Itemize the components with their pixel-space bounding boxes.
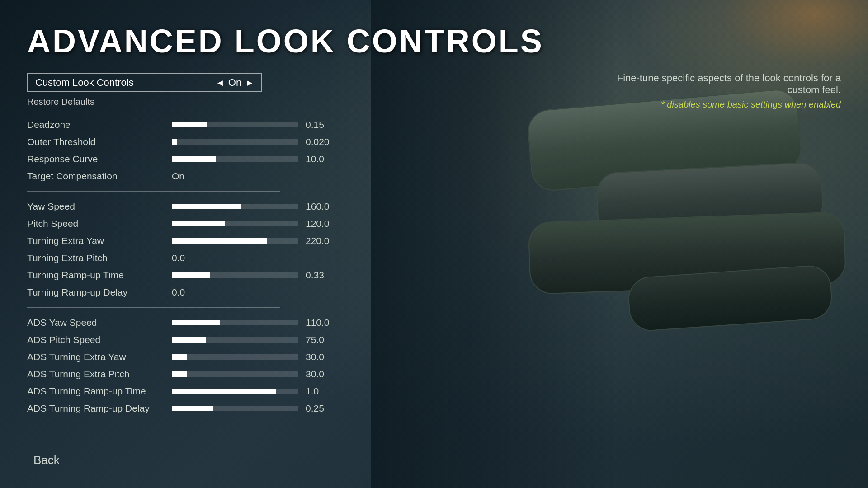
slider-bar-look-4 bbox=[172, 272, 298, 278]
setting-value-look-3: 0.0 bbox=[172, 253, 203, 263]
custom-look-label: Custom Look Controls bbox=[35, 77, 134, 89]
setting-row-look-3: Turning Extra Pitch0.0 bbox=[27, 249, 344, 267]
setting-value-basic-1: 0.020 bbox=[306, 136, 337, 147]
slider-fill-look-1 bbox=[172, 221, 225, 226]
setting-label-ads-4: ADS Turning Ramp-up Time bbox=[27, 386, 172, 397]
slider-bar-basic-0 bbox=[172, 122, 298, 127]
setting-value-look-1: 120.0 bbox=[306, 218, 337, 229]
slider-container-look-1[interactable] bbox=[172, 221, 298, 226]
slider-container-ads-5[interactable] bbox=[172, 406, 298, 411]
setting-label-ads-1: ADS Pitch Speed bbox=[27, 334, 172, 345]
slider-fill-basic-0 bbox=[172, 122, 207, 127]
setting-value-look-5: 0.0 bbox=[172, 287, 203, 298]
setting-label-ads-3: ADS Turning Extra Pitch bbox=[27, 369, 172, 380]
divider-1 bbox=[27, 191, 280, 192]
setting-value-look-0: 160.0 bbox=[306, 201, 337, 212]
setting-row-basic-2: Response Curve10.0 bbox=[27, 150, 344, 168]
setting-value-basic-3: On bbox=[172, 171, 203, 182]
slider-bar-ads-3 bbox=[172, 371, 298, 377]
arrow-left-icon[interactable]: ◄ bbox=[216, 78, 225, 88]
slider-container-ads-2[interactable] bbox=[172, 354, 298, 360]
setting-row-basic-1: Outer Threshold0.020 bbox=[27, 133, 344, 150]
slider-container-ads-4[interactable] bbox=[172, 389, 298, 394]
settings-list: Deadzone0.15Outer Threshold0.020Response… bbox=[27, 116, 344, 417]
setting-row-ads-1: ADS Pitch Speed75.0 bbox=[27, 331, 344, 348]
setting-value-basic-2: 10.0 bbox=[306, 154, 337, 164]
slider-bar-basic-1 bbox=[172, 139, 298, 145]
slider-bar-look-2 bbox=[172, 238, 298, 244]
setting-value-ads-1: 75.0 bbox=[306, 334, 337, 345]
setting-row-basic-0: Deadzone0.15 bbox=[27, 116, 344, 133]
setting-value-ads-5: 0.25 bbox=[306, 403, 337, 414]
slider-container-ads-3[interactable] bbox=[172, 371, 298, 377]
setting-row-look-4: Turning Ramp-up Time0.33 bbox=[27, 267, 344, 284]
slider-fill-ads-0 bbox=[172, 320, 220, 325]
custom-look-control[interactable]: Custom Look Controls ◄ On ► bbox=[27, 73, 262, 92]
slider-fill-ads-1 bbox=[172, 337, 206, 343]
toggle-control[interactable]: ◄ On ► bbox=[216, 77, 254, 89]
setting-row-look-2: Turning Extra Yaw220.0 bbox=[27, 232, 344, 249]
slider-fill-basic-2 bbox=[172, 156, 216, 162]
setting-label-look-3: Turning Extra Pitch bbox=[27, 253, 172, 263]
setting-label-ads-5: ADS Turning Ramp-up Delay bbox=[27, 403, 172, 414]
setting-value-ads-2: 30.0 bbox=[306, 352, 337, 362]
slider-bar-ads-0 bbox=[172, 320, 298, 325]
setting-row-look-1: Pitch Speed120.0 bbox=[27, 215, 344, 232]
setting-label-look-4: Turning Ramp-up Time bbox=[27, 270, 172, 281]
setting-row-ads-3: ADS Turning Extra Pitch30.0 bbox=[27, 366, 344, 383]
setting-row-basic-3: Target CompensationOn bbox=[27, 168, 344, 185]
setting-value-look-4: 0.33 bbox=[306, 270, 337, 281]
setting-value-ads-3: 30.0 bbox=[306, 369, 337, 380]
arrow-right-icon[interactable]: ► bbox=[245, 78, 254, 88]
setting-value-ads-4: 1.0 bbox=[306, 386, 337, 397]
slider-container-basic-0[interactable] bbox=[172, 122, 298, 127]
setting-label-look-1: Pitch Speed bbox=[27, 218, 172, 229]
back-button[interactable]: Back bbox=[27, 450, 66, 470]
divider-2 bbox=[27, 307, 280, 308]
setting-value-ads-0: 110.0 bbox=[306, 317, 337, 328]
slider-container-look-2[interactable] bbox=[172, 238, 298, 244]
setting-value-look-2: 220.0 bbox=[306, 235, 337, 246]
setting-row-look-5: Turning Ramp-up Delay0.0 bbox=[27, 284, 344, 301]
setting-label-basic-1: Outer Threshold bbox=[27, 136, 172, 147]
slider-fill-ads-3 bbox=[172, 371, 187, 377]
slider-bar-basic-2 bbox=[172, 156, 298, 162]
setting-label-look-5: Turning Ramp-up Delay bbox=[27, 287, 172, 298]
slider-fill-ads-2 bbox=[172, 354, 187, 360]
slider-container-basic-2[interactable] bbox=[172, 156, 298, 162]
description-text: Fine-tune specific aspects of the look c… bbox=[588, 72, 841, 96]
main-content: ADVANCED LOOK CONTROLS Fine-tune specifi… bbox=[0, 0, 868, 488]
slider-fill-basic-1 bbox=[172, 139, 177, 145]
setting-label-ads-2: ADS Turning Extra Yaw bbox=[27, 352, 172, 362]
toggle-value: On bbox=[228, 77, 241, 89]
setting-row-ads-4: ADS Turning Ramp-up Time1.0 bbox=[27, 383, 344, 400]
setting-row-ads-5: ADS Turning Ramp-up Delay0.25 bbox=[27, 400, 344, 417]
slider-fill-look-0 bbox=[172, 204, 241, 209]
slider-container-look-0[interactable] bbox=[172, 204, 298, 209]
setting-label-basic-2: Response Curve bbox=[27, 154, 172, 164]
slider-fill-look-2 bbox=[172, 238, 267, 244]
slider-bar-ads-4 bbox=[172, 389, 298, 394]
page-title: ADVANCED LOOK CONTROLS bbox=[27, 23, 841, 60]
setting-row-ads-0: ADS Yaw Speed110.0 bbox=[27, 314, 344, 331]
setting-label-basic-0: Deadzone bbox=[27, 119, 172, 130]
setting-value-basic-0: 0.15 bbox=[306, 119, 337, 130]
slider-container-basic-1[interactable] bbox=[172, 139, 298, 145]
slider-container-look-4[interactable] bbox=[172, 272, 298, 278]
slider-bar-ads-2 bbox=[172, 354, 298, 360]
slider-fill-ads-5 bbox=[172, 406, 213, 411]
setting-label-look-2: Turning Extra Yaw bbox=[27, 235, 172, 246]
slider-fill-ads-4 bbox=[172, 389, 276, 394]
setting-label-ads-0: ADS Yaw Speed bbox=[27, 317, 172, 328]
slider-bar-ads-5 bbox=[172, 406, 298, 411]
slider-container-ads-1[interactable] bbox=[172, 337, 298, 343]
slider-container-ads-0[interactable] bbox=[172, 320, 298, 325]
description-box: Fine-tune specific aspects of the look c… bbox=[588, 72, 841, 110]
setting-label-basic-3: Target Compensation bbox=[27, 171, 172, 182]
slider-fill-look-4 bbox=[172, 272, 210, 278]
warning-text: * disables some basic settings when enab… bbox=[588, 99, 841, 110]
slider-bar-look-0 bbox=[172, 204, 298, 209]
slider-bar-ads-1 bbox=[172, 337, 298, 343]
setting-row-look-0: Yaw Speed160.0 bbox=[27, 198, 344, 215]
setting-label-look-0: Yaw Speed bbox=[27, 201, 172, 212]
